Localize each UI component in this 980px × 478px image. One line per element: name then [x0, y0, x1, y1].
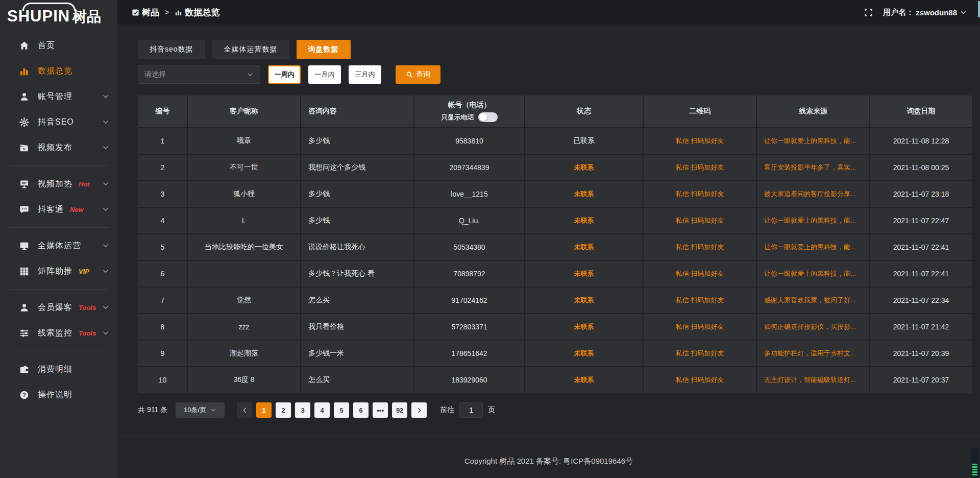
phone-only-toggle[interactable]: [478, 112, 498, 122]
breadcrumb-page[interactable]: 数据总览: [175, 7, 219, 18]
sidebar-item-video-publish[interactable]: 视频发布: [0, 135, 117, 160]
table-row: 2不可一世我想问这个多少钱2097344839未联系私信 扫码加好友客厅安装投影…: [138, 155, 972, 180]
topbar-right: 用户名： zswodun88: [864, 8, 967, 17]
cell-account: 50534380: [414, 234, 524, 260]
page-button-1[interactable]: 1: [256, 402, 272, 418]
breadcrumb-root[interactable]: 树品: [132, 7, 159, 18]
sidebar-badge: VIP: [79, 268, 89, 275]
chevron-down-icon: [102, 329, 109, 337]
fullscreen-icon[interactable]: [864, 8, 873, 17]
sidebar-item-account-manage[interactable]: 账号管理: [0, 84, 117, 109]
table-row: 3狐小狸多少钱love__1215未联系私信 扫码加好友被大家追着问的客厅投影分…: [138, 181, 972, 207]
tab-inquiry-data[interactable]: 询盘数据: [297, 40, 351, 59]
chevron-down-icon: [102, 118, 109, 126]
cell-source-link[interactable]: 客厅安装投影半年多了，真实...: [757, 155, 869, 180]
page-button-3[interactable]: 3: [295, 402, 310, 418]
cell-content: 我想问这个多少钱: [301, 155, 413, 180]
wallet-icon: [19, 365, 29, 374]
sidebar-item-douketong[interactable]: 抖客通New: [0, 197, 117, 222]
cell-content: 怎么买: [301, 288, 413, 313]
query-button[interactable]: 查询: [396, 65, 440, 84]
page-more-button[interactable]: •••: [373, 402, 388, 418]
cell-content: 我只看价格: [301, 314, 413, 340]
cell-qrcode-link[interactable]: 私信 扫码加好友: [644, 261, 756, 286]
col-header-date: 询盘日期: [870, 95, 972, 127]
sidebar-item-douyin-seo[interactable]: 抖音SEO: [0, 109, 117, 135]
cell-source-link[interactable]: 如何正确选择投影仪，买投影...: [757, 314, 869, 340]
page-button-92[interactable]: 92: [392, 402, 407, 418]
col-header-qrcode: 二维码: [644, 95, 756, 127]
breadcrumb-separator: >: [165, 8, 169, 16]
cell-source-link[interactable]: 无主灯设计，智能磁吸轨道灯...: [757, 367, 869, 393]
page-button-2[interactable]: 2: [276, 402, 291, 418]
toggle-knob: [479, 113, 487, 121]
col-header-no: 编号: [138, 95, 187, 127]
sidebar-item-matrix-boost[interactable]: 矩阵助推VIP: [0, 258, 117, 284]
cell-qrcode-link[interactable]: 私信 扫码加好友: [644, 181, 756, 207]
member-icon: [19, 303, 29, 313]
table-body: 1哦章多少钱9583810已联系私信 扫码加好友让你一眼就爱上的黑科技，能...…: [138, 128, 972, 393]
sidebar-item-label: 线索监控: [38, 328, 72, 339]
table-row: 1036度 8怎么买183929060未联系私信 扫码加好友无主灯设计，智能磁吸…: [138, 367, 972, 393]
cell-source-link[interactable]: 被大家追着问的客厅投影分享...: [757, 181, 869, 207]
svg-text:?: ?: [22, 392, 26, 398]
cell-qrcode-link[interactable]: 私信 扫码加好友: [644, 288, 756, 313]
inquiry-table: 编号 客户昵称 咨询内容 帐号（电话） 只显示电话 状态 二维码 线索来源 询盘…: [138, 95, 972, 393]
cell-source-link[interactable]: 感谢大家喜欢我家，被问了好...: [757, 288, 869, 313]
cell-status: 未联系: [525, 234, 643, 260]
cell-source-link[interactable]: 让你一眼就爱上的黑科技，能...: [757, 261, 869, 286]
chevron-down-icon: [960, 9, 967, 16]
sidebar-item-label: 账号管理: [38, 91, 72, 102]
cell-content: 多少钱？让我死心 看: [301, 261, 413, 286]
page-size-select[interactable]: 10条/页: [176, 402, 225, 418]
prev-page-button[interactable]: [237, 402, 252, 418]
next-page-button[interactable]: [411, 402, 427, 418]
chart-icon: [19, 66, 29, 76]
cell-qrcode-link[interactable]: 私信 扫码加好友: [644, 314, 756, 340]
sidebar-item-clue-monitor[interactable]: 线索监控Tools: [0, 320, 117, 346]
sidebar-item-operation-guide[interactable]: ?操作说明: [0, 382, 117, 408]
cell-qrcode-link[interactable]: 私信 扫码加好友: [644, 234, 756, 260]
cell-qrcode-link[interactable]: 私信 扫码加好友: [644, 128, 756, 154]
cell-source-link[interactable]: 让你一眼就爱上的黑科技，能...: [757, 208, 869, 233]
cell-status: 已联系: [525, 128, 643, 154]
tab-douyin-seo-data[interactable]: 抖音seo数据: [138, 40, 205, 59]
sidebar-item-label: 视频发布: [38, 142, 72, 153]
cell-account: 9583810: [414, 128, 524, 154]
sidebar-item-media-operation[interactable]: 全媒体运营: [0, 233, 117, 258]
goto-page-input[interactable]: [459, 402, 483, 418]
sidebar-item-consumption-detail[interactable]: 消费明细: [0, 356, 117, 382]
cell-source-link[interactable]: 多功能护栏灯，适用于乡村文...: [757, 341, 869, 366]
user-menu[interactable]: 用户名： zswodun88: [883, 8, 967, 17]
range-one-week-button[interactable]: 一周内: [268, 65, 301, 84]
sidebar-item-label: 会员爆客: [38, 302, 72, 313]
query-button-label: 查询: [416, 70, 430, 79]
cell-source-link[interactable]: 让你一眼就爱上的黑科技，能...: [757, 234, 869, 260]
page-button-5[interactable]: 5: [334, 402, 349, 418]
scrollbar-hint[interactable]: [978, 1, 980, 17]
cell-source-link[interactable]: 让你一眼就爱上的黑科技，能...: [757, 128, 869, 154]
cell-status: 未联系: [525, 288, 643, 313]
page-button-6[interactable]: 6: [353, 402, 369, 418]
cell-qrcode-link[interactable]: 私信 扫码加好友: [644, 367, 756, 393]
cell-status: 未联系: [525, 155, 643, 180]
sidebar-item-member-baoke[interactable]: 会员爆客Tools: [0, 295, 117, 320]
page-button-4[interactable]: 4: [314, 402, 330, 418]
extension-widget[interactable]: [971, 447, 979, 477]
home-icon: [19, 41, 29, 51]
bar-chart-icon: [175, 9, 182, 16]
cell-content: 多少钱: [301, 208, 413, 233]
cell-qrcode-link[interactable]: 私信 扫码加好友: [644, 208, 756, 233]
range-one-month-button[interactable]: 一月内: [308, 65, 341, 84]
account-select[interactable]: 请选择: [138, 65, 260, 84]
tab-media-operation-data[interactable]: 全媒体运营数据: [212, 40, 289, 59]
range-three-month-button[interactable]: 三月内: [349, 65, 381, 84]
sidebar-item-video-heat[interactable]: 视频加热Hot: [0, 171, 117, 197]
breadcrumb-page-label: 数据总览: [185, 7, 219, 18]
cell-qrcode-link[interactable]: 私信 扫码加好友: [644, 155, 756, 180]
sidebar-item-data-overview[interactable]: 数据总览: [0, 58, 117, 84]
cell-qrcode-link[interactable]: 私信 扫码加好友: [644, 341, 756, 366]
sidebar-item-home[interactable]: 首页: [0, 33, 117, 58]
cell-account: Q_Liu.: [414, 208, 524, 233]
content: 抖音seo数据 全媒体运营数据 询盘数据 请选择 一周内 一月内 三月内 查询 …: [117, 40, 980, 418]
